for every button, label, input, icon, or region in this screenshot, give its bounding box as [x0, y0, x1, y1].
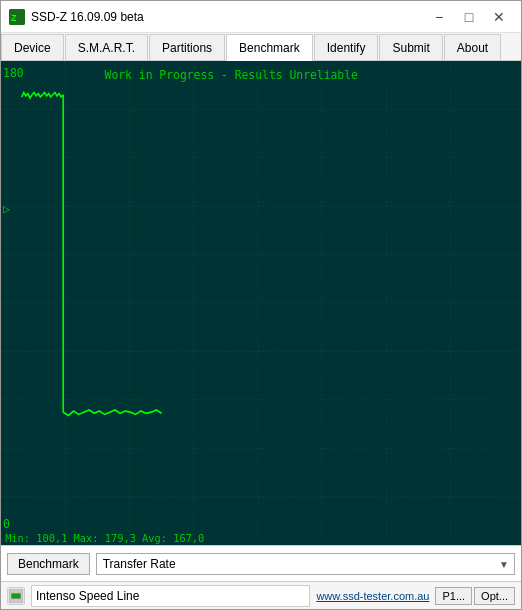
svg-text:Z: Z — [11, 13, 17, 23]
opt-button[interactable]: Opt... — [474, 587, 515, 605]
status-icon — [7, 587, 25, 605]
window-controls: − □ ✕ — [425, 6, 513, 28]
minimize-button[interactable]: − — [425, 6, 453, 28]
window-title: SSD-Z 16.09.09 beta — [31, 10, 425, 24]
app-icon: Z — [9, 9, 25, 25]
svg-text:Min: 100,1  Max: 179,3  Avg: 1: Min: 100,1 Max: 179,3 Avg: 167,0 — [5, 531, 204, 545]
tab-about[interactable]: About — [444, 34, 501, 60]
status-bar: Intenso Speed Line www.ssd-tester.com.au… — [1, 581, 521, 609]
bottom-controls: Benchmark Transfer Rate IOPS Access Time… — [1, 545, 521, 581]
main-window: Z SSD-Z 16.09.09 beta − □ ✕ Device S.M.A… — [0, 0, 522, 610]
svg-text:Work in Progress - Results Unr: Work in Progress - Results Unreliable — [105, 68, 358, 83]
dropdown-wrapper: Transfer Rate IOPS Access Time ▼ — [96, 553, 515, 575]
svg-text:180: 180 — [3, 65, 24, 80]
website-url[interactable]: www.ssd-tester.com.au — [316, 590, 429, 602]
tab-smart[interactable]: S.M.A.R.T. — [65, 34, 148, 60]
device-name: Intenso Speed Line — [31, 585, 310, 607]
title-bar: Z SSD-Z 16.09.09 beta − □ ✕ — [1, 1, 521, 33]
status-actions: P1... Opt... — [435, 587, 515, 605]
p1-button[interactable]: P1... — [435, 587, 472, 605]
transfer-rate-dropdown[interactable]: Transfer Rate IOPS Access Time — [96, 553, 515, 575]
svg-rect-2 — [1, 61, 521, 545]
tab-identify[interactable]: Identify — [314, 34, 379, 60]
chart-area: Work in Progress - Results Unreliable 18… — [1, 61, 521, 545]
svg-rect-27 — [12, 594, 20, 598]
tab-partitions[interactable]: Partitions — [149, 34, 225, 60]
close-button[interactable]: ✕ — [485, 6, 513, 28]
tab-device[interactable]: Device — [1, 34, 64, 60]
benchmark-button[interactable]: Benchmark — [7, 553, 90, 575]
maximize-button[interactable]: □ — [455, 6, 483, 28]
svg-text:0: 0 — [3, 517, 10, 532]
tab-bar: Device S.M.A.R.T. Partitions Benchmark I… — [1, 33, 521, 61]
tab-submit[interactable]: Submit — [379, 34, 442, 60]
tab-benchmark[interactable]: Benchmark — [226, 34, 313, 61]
benchmark-chart: Work in Progress - Results Unreliable 18… — [1, 61, 521, 545]
svg-text:▷: ▷ — [3, 202, 11, 217]
